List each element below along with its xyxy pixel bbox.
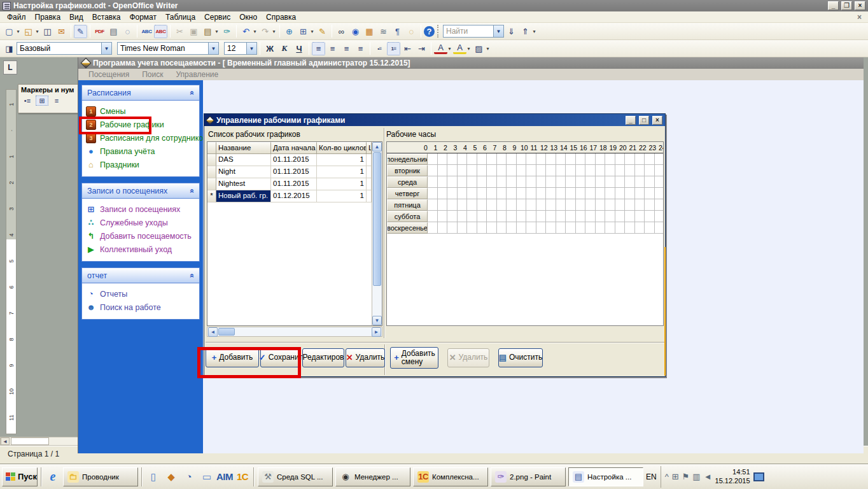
- hour-cell[interactable]: [458, 165, 468, 176]
- gallery-icon[interactable]: ▦: [363, 25, 376, 38]
- chevron-down-icon[interactable]: ▾: [252, 29, 258, 34]
- hour-cell[interactable]: [655, 153, 664, 165]
- hour-cell[interactable]: [487, 211, 497, 222]
- hour-cell[interactable]: [497, 176, 507, 188]
- hour-cell[interactable]: [447, 211, 458, 222]
- find-combo[interactable]: Найти▼: [443, 25, 504, 38]
- hour-cell[interactable]: [497, 211, 507, 222]
- hour-cell[interactable]: [576, 199, 586, 211]
- hour-cell[interactable]: [655, 211, 664, 222]
- edit-mode-icon[interactable]: ✎: [74, 25, 87, 38]
- table-cell[interactable]: [367, 166, 372, 178]
- hour-cell[interactable]: [497, 188, 507, 199]
- table-row[interactable]: Night01.11.20151: [207, 166, 372, 178]
- hour-cell[interactable]: [546, 176, 556, 188]
- toolbar-options-icon[interactable]: ▾: [531, 29, 537, 34]
- hour-cell[interactable]: [615, 176, 626, 188]
- table-header-cell[interactable]: Кол-во циклов: [317, 142, 367, 154]
- hour-cell[interactable]: [487, 153, 497, 165]
- hour-cell[interactable]: [497, 222, 507, 234]
- hour-cell[interactable]: [458, 153, 468, 165]
- hour-cell[interactable]: [517, 211, 527, 222]
- draw-functions-icon[interactable]: ✎: [316, 25, 329, 38]
- internet-explorer-icon[interactable]: e: [45, 469, 60, 485]
- hour-cell[interactable]: [526, 165, 536, 176]
- day-label[interactable]: воскресенье: [387, 222, 428, 234]
- restore-button[interactable]: ❐: [841, 1, 852, 10]
- format-paintbrush-icon[interactable]: ✑: [220, 25, 234, 38]
- day-label[interactable]: пятница: [387, 199, 428, 211]
- hour-cell[interactable]: [576, 222, 586, 234]
- hour-cell[interactable]: [596, 188, 606, 199]
- table-cell[interactable]: 01.12.2015: [271, 190, 317, 202]
- table-header-cell[interactable]: Название: [216, 142, 271, 154]
- hour-cell[interactable]: [477, 165, 487, 176]
- hour-cell[interactable]: [428, 222, 438, 234]
- tray-network-icon[interactable]: ▥: [692, 472, 700, 481]
- tray-flag-icon[interactable]: ⚑: [682, 472, 690, 481]
- hour-cell[interactable]: [566, 153, 576, 165]
- highlight-color-icon[interactable]: А: [453, 43, 466, 54]
- hour-cell[interactable]: [438, 199, 448, 211]
- sidebar-item[interactable]: ↰Добавить посещаемость: [86, 229, 197, 243]
- hour-cell[interactable]: [526, 188, 536, 199]
- hour-cell[interactable]: [467, 199, 477, 211]
- data-sources-icon[interactable]: ≋: [377, 25, 390, 38]
- writer-menu-item[interactable]: Файл: [3, 12, 31, 22]
- sidebar-item[interactable]: ☻Поиск на работе: [86, 301, 197, 314]
- hour-cell[interactable]: [458, 222, 468, 234]
- document-close-icon[interactable]: ×: [857, 13, 865, 22]
- sidebar-item[interactable]: ∴Служебные уходы: [86, 216, 197, 229]
- hour-cell[interactable]: [536, 176, 547, 188]
- tray-volume-icon[interactable]: ◄: [704, 472, 712, 481]
- hour-cell[interactable]: [625, 199, 635, 211]
- hour-cell[interactable]: [605, 176, 615, 188]
- taskbar-button[interactable]: ✑2.png - Paint: [491, 467, 566, 486]
- hour-cell[interactable]: [605, 199, 615, 211]
- hour-cell[interactable]: [507, 188, 517, 199]
- hour-cell[interactable]: [438, 165, 448, 176]
- bullets-panel-icon[interactable]: ⊞: [36, 96, 48, 106]
- taskbar-button[interactable]: 🗀Проводник: [63, 467, 138, 486]
- toolbar-grip[interactable]: [437, 25, 440, 38]
- hour-cell[interactable]: [605, 153, 615, 165]
- insert-table-icon[interactable]: ⊞: [297, 25, 310, 38]
- hour-cell[interactable]: [596, 165, 606, 176]
- table-cell[interactable]: [367, 178, 372, 190]
- attendance-app-icon[interactable]: ◆: [164, 469, 179, 485]
- hour-cell[interactable]: [536, 199, 547, 211]
- email-icon[interactable]: ✉: [55, 25, 68, 38]
- hour-cell[interactable]: [605, 188, 615, 199]
- hour-cell[interactable]: [546, 199, 556, 211]
- table-cell[interactable]: [367, 190, 372, 202]
- hour-cell[interactable]: [635, 199, 645, 211]
- formatting-marks-icon[interactable]: ¶: [391, 25, 404, 38]
- hour-cell[interactable]: [458, 188, 468, 199]
- dialog-titlebar[interactable]: Управление рабочими графиками _ □ ×: [204, 114, 665, 126]
- table-vertical-scrollbar[interactable]: ▲ ▼: [372, 142, 382, 325]
- hour-cell[interactable]: [447, 165, 458, 176]
- scroll-up-icon[interactable]: ▲: [372, 142, 382, 152]
- sidebar-item[interactable]: ◔Отчеты: [86, 287, 197, 301]
- hour-cell[interactable]: [625, 211, 635, 222]
- table-horizontal-scrollbar[interactable]: ◄ ►: [207, 327, 382, 337]
- hour-cell[interactable]: [428, 153, 438, 165]
- hour-cell[interactable]: [566, 211, 576, 222]
- app-menu-item[interactable]: Управление: [171, 69, 223, 80]
- hour-cell[interactable]: [546, 165, 556, 176]
- table-header-cell[interactable]: Цик: [367, 142, 372, 154]
- hour-cell[interactable]: [536, 165, 547, 176]
- italic-button[interactable]: К: [277, 42, 291, 55]
- panel-splitter[interactable]: [384, 128, 385, 338]
- hour-cell[interactable]: [447, 153, 458, 165]
- hour-cell[interactable]: [596, 222, 606, 234]
- chevron-down-icon[interactable]: ▾: [15, 29, 21, 34]
- hour-cell[interactable]: [645, 199, 655, 211]
- hour-cell[interactable]: [477, 188, 487, 199]
- 1c-icon[interactable]: 1С: [235, 469, 250, 485]
- hour-cell[interactable]: [625, 222, 635, 234]
- hour-cell[interactable]: [645, 153, 655, 165]
- hour-cell[interactable]: [517, 199, 527, 211]
- find-next-icon[interactable]: ⇓: [505, 25, 518, 38]
- aim-shield-icon[interactable]: AIM: [217, 469, 232, 485]
